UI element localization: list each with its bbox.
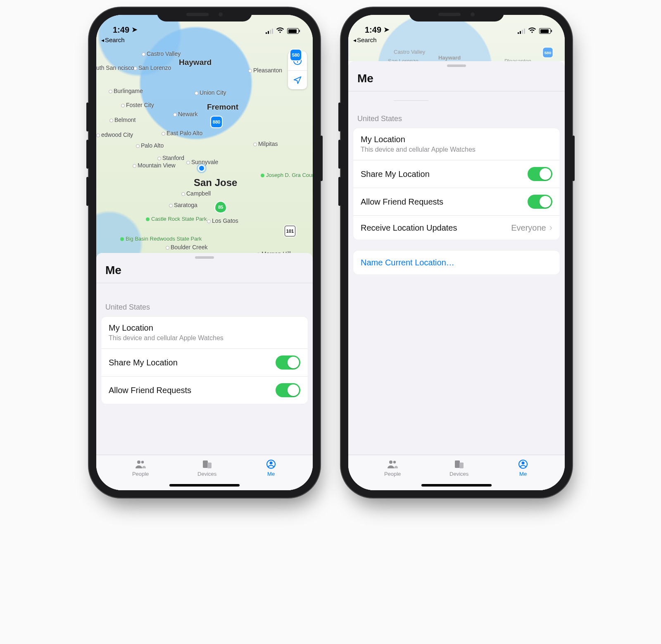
settings-card: My Location This device and cellular App… — [101, 317, 308, 404]
status-time: 1:49 — [365, 25, 381, 35]
map-label: Foster City — [121, 102, 154, 108]
map-label: San Jose — [194, 177, 237, 188]
phone-left: 1:49 ➤ Search — [89, 7, 320, 498]
map-label: Mountain View — [133, 162, 176, 169]
map-label: San Lorenzo — [133, 64, 171, 71]
cell-signal-icon — [266, 28, 273, 34]
tab-label: People — [384, 471, 401, 477]
wifi-icon — [528, 27, 536, 35]
people-icon — [387, 459, 398, 469]
allow-friend-requests-toggle[interactable] — [528, 195, 552, 209]
svg-rect-6 — [207, 463, 212, 468]
receive-location-updates-row[interactable]: Receive Location Updates Everyone › — [353, 215, 560, 240]
sheet-grabber[interactable] — [447, 64, 466, 67]
status-time: 1:49 — [113, 25, 129, 35]
svg-point-10 — [393, 461, 396, 463]
my-location-row[interactable]: My Location This device and cellular App… — [101, 317, 308, 348]
map-label: Milpitas — [253, 141, 278, 147]
map-label: Boulder Creek — [166, 244, 208, 250]
map-label: Saratoga — [169, 202, 197, 208]
receive-location-updates-label: Receive Location Updates — [361, 223, 457, 233]
map-label: Castro Valley — [394, 49, 425, 55]
allow-friend-requests-toggle[interactable] — [276, 383, 300, 397]
map-label: Union City — [195, 89, 226, 96]
share-my-location-toggle[interactable] — [528, 167, 552, 181]
back-to-search[interactable]: Search — [101, 36, 125, 43]
tab-people[interactable]: People — [384, 459, 401, 477]
sheet-title: Me — [96, 261, 313, 283]
svg-point-8 — [270, 462, 273, 465]
people-icon — [135, 459, 146, 469]
current-location-dot — [198, 165, 205, 172]
me-sheet-expanded[interactable]: Me United States My Location This device… — [348, 61, 565, 490]
tab-devices[interactable]: Devices — [449, 459, 468, 477]
battery-icon — [287, 28, 299, 34]
tab-people[interactable]: People — [132, 459, 149, 477]
map-label: Burlingame — [109, 88, 143, 94]
receive-location-updates-value: Everyone — [511, 223, 546, 233]
svg-rect-5 — [203, 460, 208, 468]
name-location-card: Name Current Location… — [353, 250, 560, 274]
devices-icon — [201, 459, 213, 469]
tab-me[interactable]: Me — [265, 459, 277, 477]
map-view[interactable]: 580 880 85 101 Castro Valley Hayward San… — [96, 15, 313, 259]
allow-friend-requests-row: Allow Friend Requests — [101, 376, 308, 404]
share-my-location-row: Share My Location — [101, 348, 308, 376]
settings-card: My Location This device and cellular App… — [353, 128, 560, 240]
tab-label: Me — [267, 471, 275, 477]
back-to-search[interactable]: Search — [353, 36, 377, 43]
map-label: Los Gatos — [207, 217, 238, 224]
me-icon — [265, 459, 277, 469]
share-my-location-row: Share My Location — [353, 160, 560, 188]
recenter-location-button[interactable] — [288, 70, 307, 89]
map-label: Stanford — [157, 155, 184, 161]
map-label: Hayward — [438, 55, 461, 61]
tab-devices[interactable]: Devices — [197, 459, 216, 477]
tab-label: Me — [519, 471, 527, 477]
section-header: United States — [96, 283, 313, 317]
route-shield-us101: 101 — [285, 226, 295, 236]
chevron-right-icon: › — [549, 222, 552, 233]
back-label: Search — [105, 36, 125, 43]
my-location-sub: This device and cellular Apple Watches — [361, 146, 476, 153]
share-my-location-toggle[interactable] — [276, 355, 300, 370]
my-location-row[interactable]: My Location This device and cellular App… — [353, 128, 560, 160]
map-label: Fremont — [207, 103, 238, 112]
svg-rect-11 — [455, 460, 460, 468]
map-label: Campbell — [181, 190, 211, 197]
allow-friend-requests-label: Allow Friend Requests — [361, 197, 443, 207]
map-label: Joseph D. Gra County Park — [261, 172, 313, 178]
tab-me[interactable]: Me — [517, 459, 529, 477]
map-label: Castle Rock State Park — [146, 216, 207, 222]
name-current-location-button[interactable]: Name Current Location… — [353, 250, 560, 274]
allow-friend-requests-row: Allow Friend Requests — [353, 188, 560, 215]
section-header: United States — [348, 91, 565, 128]
tab-label: Devices — [449, 471, 468, 477]
location-services-icon: ➤ — [132, 26, 137, 33]
map-label: Newark — [173, 111, 197, 117]
wifi-icon — [276, 27, 284, 35]
home-indicator[interactable] — [421, 484, 492, 487]
route-shield-i880: 880 — [211, 117, 222, 127]
tab-label: People — [132, 471, 149, 477]
map-label: Hayward — [179, 58, 212, 67]
map-label: East Palo Alto — [162, 130, 202, 136]
my-location-sub: This device and cellular Apple Watches — [109, 334, 224, 342]
notch — [409, 7, 504, 21]
route-shield-i580: 580 — [543, 48, 552, 57]
sheet-grabber[interactable] — [195, 256, 214, 259]
my-location-label: My Location — [109, 323, 153, 333]
route-shield-i580: 580 — [290, 50, 301, 60]
location-services-icon: ➤ — [384, 26, 389, 33]
map-label: Castro Valley — [142, 50, 181, 57]
route-shield-ca85: 85 — [215, 202, 226, 212]
share-my-location-label: Share My Location — [109, 358, 178, 367]
map-label: Belmont — [109, 117, 136, 123]
home-indicator[interactable] — [169, 484, 240, 487]
sheet-title: Me — [348, 69, 565, 91]
map-label: Pleasanton — [248, 67, 282, 74]
svg-point-14 — [522, 462, 525, 465]
map-label: Palo Alto — [136, 142, 164, 149]
map-label: Big Basin Redwoods State Park — [120, 236, 202, 242]
svg-point-3 — [137, 460, 140, 464]
